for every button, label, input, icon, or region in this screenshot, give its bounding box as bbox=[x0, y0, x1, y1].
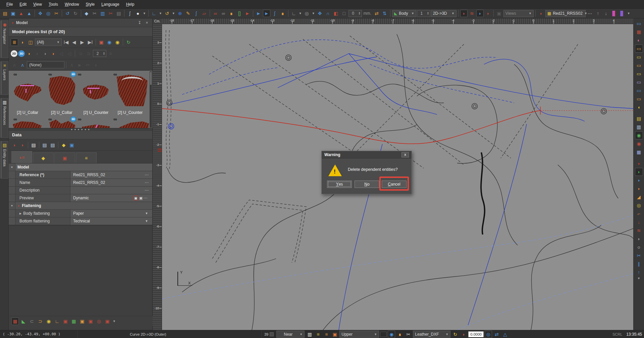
piece-minus-icon[interactable]: ◗ bbox=[50, 50, 57, 57]
piece-add-icon[interactable]: ◗ bbox=[25, 50, 33, 57]
rt-shoe-red-icon[interactable]: ◗ bbox=[635, 159, 643, 167]
rt-bulb-icon[interactable]: ○ bbox=[635, 243, 643, 251]
piece-thumbnail[interactable] bbox=[80, 79, 111, 104]
import-cloud-icon[interactable]: ▲ bbox=[17, 10, 25, 17]
dialog-close-icon[interactable]: x bbox=[401, 152, 409, 157]
rt-show-red-eye-icon[interactable]: ◉ bbox=[635, 140, 643, 148]
sb-refresh-icon[interactable]: ↻ bbox=[451, 331, 459, 338]
mode-2d-toggle[interactable]: 2D bbox=[11, 50, 17, 57]
node-edit-icon[interactable]: ʃ bbox=[193, 10, 200, 17]
ruler-add-icon[interactable]: ▱ bbox=[201, 10, 208, 17]
cursor-group-icon[interactable]: ► bbox=[76, 61, 84, 69]
offset-spinner[interactable]: 0▲▼ bbox=[348, 10, 362, 17]
snap-add-icon[interactable]: ► bbox=[244, 10, 251, 17]
rt-piece-flat-icon[interactable]: ▭ bbox=[635, 61, 643, 69]
flip-horizontal-icon[interactable]: ⇄ bbox=[373, 10, 380, 17]
photo-icon[interactable]: ▣ bbox=[68, 141, 75, 149]
piece-link-icon[interactable]: ⊃ bbox=[85, 50, 92, 57]
capture-camera-icon[interactable]: ▣ bbox=[133, 196, 139, 200]
more-options-button[interactable]: ⋯ bbox=[586, 10, 594, 17]
dropdown-arrow-icon[interactable]: ▼ bbox=[141, 217, 152, 225]
import-sheet-icon[interactable]: ▤ bbox=[41, 141, 48, 149]
tag-icon[interactable]: ◆ bbox=[60, 141, 67, 149]
more-button[interactable]: ⋯ bbox=[143, 196, 147, 200]
grid-pieces-icon[interactable]: ▦ bbox=[11, 318, 19, 325]
flag-icon[interactable]: ◣ bbox=[20, 318, 27, 325]
curve-tool-icon[interactable]: ʃ bbox=[126, 10, 133, 17]
group-pick-icon[interactable]: ʌ bbox=[68, 61, 75, 69]
sb-shoe-s-icon[interactable]: ◗ bbox=[460, 331, 467, 338]
sync-pieces-icon[interactable]: ↻ bbox=[125, 39, 132, 46]
rt-piece-lock-icon[interactable]: ▭ bbox=[635, 95, 643, 103]
pin-add-icon[interactable]: ● bbox=[134, 10, 142, 17]
open-model-icon[interactable]: ▤ bbox=[1, 10, 9, 17]
move-icon[interactable]: ✥ bbox=[316, 10, 324, 17]
property-value[interactable] bbox=[70, 187, 141, 194]
pan-hand-icon[interactable]: ✥ bbox=[37, 10, 44, 17]
export-sheet-icon[interactable]: ▤ bbox=[49, 141, 56, 149]
lock-entity-icon[interactable]: ∎ bbox=[228, 10, 235, 17]
dropdown-arrow-icon[interactable]: ▼ bbox=[141, 210, 152, 217]
undo-icon[interactable]: ↺ bbox=[64, 10, 71, 17]
rt-stack-red-blue-icon[interactable]: ≋ bbox=[635, 226, 643, 234]
update-from-shoe-icon[interactable]: ◗ bbox=[19, 141, 26, 149]
more-button[interactable]: ⋯ bbox=[141, 171, 152, 179]
body-select[interactable]: ◣Body▼ bbox=[392, 10, 416, 17]
ghost-square-icon[interactable]: □ bbox=[340, 10, 348, 17]
property-value[interactable]: Dynamic bbox=[70, 194, 128, 202]
piece-lines-icon[interactable]: ◫ bbox=[27, 39, 34, 46]
piece-thumbnail[interactable] bbox=[82, 122, 110, 128]
ring-yellow-icon[interactable]: ◉ bbox=[45, 318, 52, 325]
flatten-group-icon[interactable]: ◗ bbox=[92, 61, 100, 69]
more-button[interactable]: ⋯ bbox=[141, 187, 152, 194]
close-panel-icon[interactable]: × bbox=[144, 20, 150, 25]
sidebar-tab-navigator[interactable]: ◉ Navigator bbox=[1, 20, 8, 58]
rt-window-blue-icon[interactable]: ▭ bbox=[635, 19, 643, 27]
move-down-icon[interactable]: ↓ bbox=[602, 10, 610, 17]
sb-lamp-icon[interactable]: △ bbox=[501, 331, 509, 338]
model-select[interactable]: ▦Red21_RRSS02▼ bbox=[545, 10, 586, 17]
show-all-eye-icon[interactable]: ◉ bbox=[106, 39, 113, 46]
sidebar-tab-layers[interactable]: ≡ Layers bbox=[1, 61, 8, 95]
rt-heel-curve-icon[interactable]: ⌐ bbox=[635, 210, 643, 218]
rt-piece-add-icon[interactable]: ◖ bbox=[635, 103, 643, 111]
piece-remove-icon[interactable]: ◗ bbox=[34, 50, 41, 57]
rt-scissors-wave-icon[interactable]: ✂ bbox=[635, 252, 643, 260]
car-item[interactable]: ▼ bbox=[298, 12, 303, 15]
tab-image[interactable]: ▣ bbox=[54, 152, 75, 163]
pieces-scrollbar[interactable] bbox=[150, 71, 152, 128]
piece-copy-icon[interactable]: ⊃ bbox=[77, 50, 84, 57]
sb-layer-select[interactable]: Upper▼ bbox=[339, 331, 379, 338]
tab-tags[interactable]: ◆ bbox=[33, 152, 54, 163]
shoe-stack-icon[interactable]: ≋ bbox=[468, 10, 476, 17]
status-checkbox[interactable] bbox=[270, 332, 274, 336]
rt-piece-blue-icon[interactable]: ▭ bbox=[635, 86, 643, 94]
menu-language[interactable]: Language bbox=[98, 1, 122, 8]
property-value[interactable]: Red21_RRSS_02 bbox=[70, 171, 141, 179]
sb-layer-add-icon[interactable]: ≡ bbox=[323, 331, 330, 338]
sidebar-tab-references[interactable]: ▥ References bbox=[1, 98, 8, 138]
piece-rotate-icon[interactable]: ◗ bbox=[42, 50, 49, 57]
rt-copy-pages-icon[interactable]: ▥ bbox=[635, 123, 643, 131]
last-piece-icon[interactable]: ▶Ι bbox=[87, 39, 94, 46]
rt-piece-orange-box-icon[interactable]: ▭ bbox=[635, 45, 643, 53]
sb-color-swatch[interactable] bbox=[380, 332, 387, 337]
dialog-titlebar[interactable]: Warning x bbox=[322, 151, 412, 158]
panel-splitter[interactable]: ■ ■ ■ ■ ■ ■ bbox=[9, 128, 152, 131]
near-select[interactable]: Near▼ bbox=[276, 331, 305, 338]
flip-vertical-icon[interactable]: ⇅ bbox=[381, 10, 388, 17]
piece-mirror-icon[interactable]: ◁ bbox=[58, 50, 65, 57]
sb-tools-icon[interactable]: ✂ bbox=[405, 331, 412, 338]
piece-thumbnail[interactable] bbox=[12, 78, 43, 104]
car-item[interactable]: ▼ bbox=[627, 12, 631, 15]
menu-file[interactable]: File bbox=[3, 1, 16, 8]
mode-3d-toggle[interactable]: 3D bbox=[18, 50, 25, 57]
shoe-flatten-icon[interactable]: ◗ bbox=[460, 10, 468, 17]
grid-green-icon[interactable]: ▦ bbox=[70, 318, 77, 325]
curve-close-icon[interactable]: ⊃ bbox=[37, 318, 44, 325]
pieces-filter-select[interactable]: (All)▼ bbox=[35, 39, 62, 46]
sb-unlock-icon[interactable]: ∎ bbox=[396, 331, 404, 338]
rt-shoe-green-icon[interactable]: ◗ bbox=[635, 168, 643, 176]
eraser-icon[interactable]: ◆ bbox=[83, 10, 90, 17]
brackets-icon[interactable]: [] bbox=[236, 10, 243, 17]
